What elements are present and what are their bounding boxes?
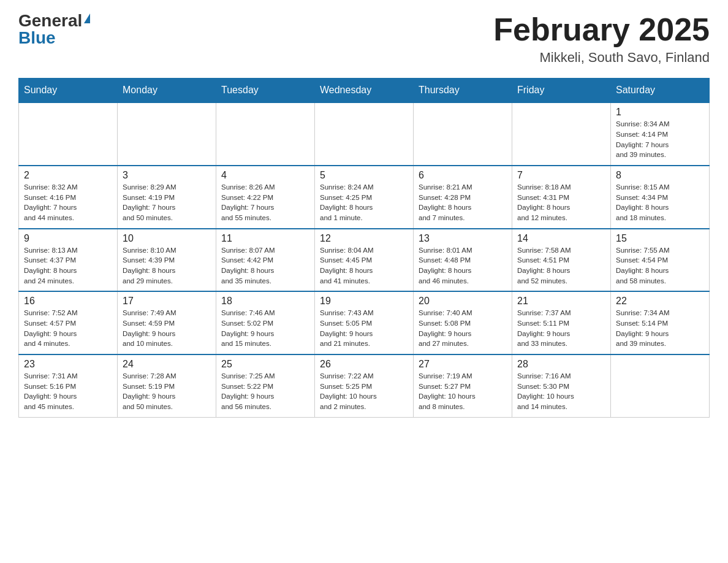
calendar-cell: 9Sunrise: 8:13 AMSunset: 4:37 PMDaylight…	[19, 229, 118, 292]
calendar-cell: 19Sunrise: 7:43 AMSunset: 5:05 PMDayligh…	[315, 291, 414, 354]
week-row-5: 23Sunrise: 7:31 AMSunset: 5:16 PMDayligh…	[19, 354, 710, 417]
calendar-cell: 21Sunrise: 7:37 AMSunset: 5:11 PMDayligh…	[512, 291, 611, 354]
calendar-cell: 8Sunrise: 8:15 AMSunset: 4:34 PMDaylight…	[611, 166, 710, 229]
day-info: Sunrise: 7:28 AMSunset: 5:19 PMDaylight:…	[123, 371, 211, 412]
weekday-header-sunday: Sunday	[19, 79, 118, 103]
week-row-4: 16Sunrise: 7:52 AMSunset: 4:57 PMDayligh…	[19, 291, 710, 354]
calendar-cell	[315, 102, 414, 166]
calendar-cell: 7Sunrise: 8:18 AMSunset: 4:31 PMDaylight…	[512, 166, 611, 229]
weekday-header-friday: Friday	[512, 79, 611, 103]
day-number: 23	[24, 359, 112, 370]
day-info: Sunrise: 7:22 AMSunset: 5:25 PMDaylight:…	[320, 371, 408, 412]
day-number: 12	[320, 233, 408, 244]
calendar-title: February 2025	[493, 12, 710, 47]
calendar-cell: 12Sunrise: 8:04 AMSunset: 4:45 PMDayligh…	[315, 229, 414, 292]
calendar-cell: 4Sunrise: 8:26 AMSunset: 4:22 PMDaylight…	[216, 166, 315, 229]
day-info: Sunrise: 8:13 AMSunset: 4:37 PMDaylight:…	[24, 245, 112, 286]
weekday-header-monday: Monday	[118, 79, 216, 103]
day-number: 5	[320, 170, 408, 181]
day-number: 6	[419, 170, 507, 181]
calendar-cell: 14Sunrise: 7:58 AMSunset: 4:51 PMDayligh…	[512, 229, 611, 292]
day-number: 20	[419, 296, 507, 307]
day-number: 24	[123, 359, 211, 370]
day-info: Sunrise: 8:18 AMSunset: 4:31 PMDaylight:…	[517, 182, 605, 223]
calendar-cell: 13Sunrise: 8:01 AMSunset: 4:48 PMDayligh…	[414, 229, 512, 292]
day-number: 19	[320, 296, 408, 307]
day-number: 17	[123, 296, 211, 307]
day-number: 27	[419, 359, 507, 370]
calendar-cell: 23Sunrise: 7:31 AMSunset: 5:16 PMDayligh…	[19, 354, 118, 417]
day-info: Sunrise: 7:49 AMSunset: 4:59 PMDaylight:…	[123, 308, 211, 349]
calendar-cell: 24Sunrise: 7:28 AMSunset: 5:19 PMDayligh…	[118, 354, 216, 417]
week-row-2: 2Sunrise: 8:32 AMSunset: 4:16 PMDaylight…	[19, 166, 710, 229]
calendar-cell: 18Sunrise: 7:46 AMSunset: 5:02 PMDayligh…	[216, 291, 315, 354]
calendar-cell: 10Sunrise: 8:10 AMSunset: 4:39 PMDayligh…	[118, 229, 216, 292]
week-row-1: 1Sunrise: 8:34 AMSunset: 4:14 PMDaylight…	[19, 102, 710, 166]
day-info: Sunrise: 8:10 AMSunset: 4:39 PMDaylight:…	[123, 245, 211, 286]
day-number: 11	[221, 233, 309, 244]
day-info: Sunrise: 7:40 AMSunset: 5:08 PMDaylight:…	[419, 308, 507, 349]
day-number: 14	[517, 233, 605, 244]
day-number: 18	[221, 296, 309, 307]
day-number: 3	[123, 170, 211, 181]
calendar-cell: 15Sunrise: 7:55 AMSunset: 4:54 PMDayligh…	[611, 229, 710, 292]
day-info: Sunrise: 7:16 AMSunset: 5:30 PMDaylight:…	[517, 371, 605, 412]
calendar-cell: 2Sunrise: 8:32 AMSunset: 4:16 PMDaylight…	[19, 166, 118, 229]
week-row-3: 9Sunrise: 8:13 AMSunset: 4:37 PMDaylight…	[19, 229, 710, 292]
day-number: 2	[24, 170, 112, 181]
calendar-cell: 22Sunrise: 7:34 AMSunset: 5:14 PMDayligh…	[611, 291, 710, 354]
calendar-cell: 20Sunrise: 7:40 AMSunset: 5:08 PMDayligh…	[414, 291, 512, 354]
calendar-cell: 5Sunrise: 8:24 AMSunset: 4:25 PMDaylight…	[315, 166, 414, 229]
day-info: Sunrise: 7:34 AMSunset: 5:14 PMDaylight:…	[616, 308, 704, 349]
logo-blue-text: Blue	[18, 29, 56, 47]
day-info: Sunrise: 7:58 AMSunset: 4:51 PMDaylight:…	[517, 245, 605, 286]
calendar-cell: 1Sunrise: 8:34 AMSunset: 4:14 PMDaylight…	[611, 102, 710, 166]
day-info: Sunrise: 8:26 AMSunset: 4:22 PMDaylight:…	[221, 182, 309, 223]
day-info: Sunrise: 7:31 AMSunset: 5:16 PMDaylight:…	[24, 371, 112, 412]
calendar-cell: 25Sunrise: 7:25 AMSunset: 5:22 PMDayligh…	[216, 354, 315, 417]
day-info: Sunrise: 7:46 AMSunset: 5:02 PMDaylight:…	[221, 308, 309, 349]
page-header: General Blue February 2025 Mikkeli, Sout…	[18, 12, 710, 66]
day-info: Sunrise: 8:29 AMSunset: 4:19 PMDaylight:…	[123, 182, 211, 223]
day-info: Sunrise: 7:55 AMSunset: 4:54 PMDaylight:…	[616, 245, 704, 286]
day-number: 1	[616, 107, 704, 118]
day-info: Sunrise: 8:34 AMSunset: 4:14 PMDaylight:…	[616, 119, 704, 160]
calendar-cell	[611, 354, 710, 417]
day-number: 4	[221, 170, 309, 181]
calendar-cell	[118, 102, 216, 166]
day-number: 16	[24, 296, 112, 307]
weekday-header-wednesday: Wednesday	[315, 79, 414, 103]
weekday-header-thursday: Thursday	[414, 79, 512, 103]
calendar-cell	[19, 102, 118, 166]
weekday-header-saturday: Saturday	[611, 79, 710, 103]
calendar-cell: 17Sunrise: 7:49 AMSunset: 4:59 PMDayligh…	[118, 291, 216, 354]
day-number: 28	[517, 359, 605, 370]
weekday-header-row: SundayMondayTuesdayWednesdayThursdayFrid…	[19, 79, 710, 103]
day-info: Sunrise: 8:01 AMSunset: 4:48 PMDaylight:…	[419, 245, 507, 286]
calendar-cell: 11Sunrise: 8:07 AMSunset: 4:42 PMDayligh…	[216, 229, 315, 292]
logo-general-text: General	[18, 12, 82, 29]
day-info: Sunrise: 8:04 AMSunset: 4:45 PMDaylight:…	[320, 245, 408, 286]
day-info: Sunrise: 7:52 AMSunset: 4:57 PMDaylight:…	[24, 308, 112, 349]
day-number: 21	[517, 296, 605, 307]
day-number: 10	[123, 233, 211, 244]
day-info: Sunrise: 7:19 AMSunset: 5:27 PMDaylight:…	[419, 371, 507, 412]
day-info: Sunrise: 8:15 AMSunset: 4:34 PMDaylight:…	[616, 182, 704, 223]
calendar-cell	[414, 102, 512, 166]
day-info: Sunrise: 7:37 AMSunset: 5:11 PMDaylight:…	[517, 308, 605, 349]
day-number: 15	[616, 233, 704, 244]
day-info: Sunrise: 7:25 AMSunset: 5:22 PMDaylight:…	[221, 371, 309, 412]
day-number: 7	[517, 170, 605, 181]
weekday-header-tuesday: Tuesday	[216, 79, 315, 103]
day-info: Sunrise: 8:32 AMSunset: 4:16 PMDaylight:…	[24, 182, 112, 223]
day-number: 13	[419, 233, 507, 244]
day-info: Sunrise: 7:43 AMSunset: 5:05 PMDaylight:…	[320, 308, 408, 349]
calendar-cell: 16Sunrise: 7:52 AMSunset: 4:57 PMDayligh…	[19, 291, 118, 354]
day-number: 9	[24, 233, 112, 244]
day-info: Sunrise: 8:07 AMSunset: 4:42 PMDaylight:…	[221, 245, 309, 286]
calendar-subtitle: Mikkeli, South Savo, Finland	[493, 50, 710, 66]
logo: General Blue	[18, 12, 90, 47]
day-info: Sunrise: 8:21 AMSunset: 4:28 PMDaylight:…	[419, 182, 507, 223]
day-info: Sunrise: 8:24 AMSunset: 4:25 PMDaylight:…	[320, 182, 408, 223]
calendar-cell: 6Sunrise: 8:21 AMSunset: 4:28 PMDaylight…	[414, 166, 512, 229]
